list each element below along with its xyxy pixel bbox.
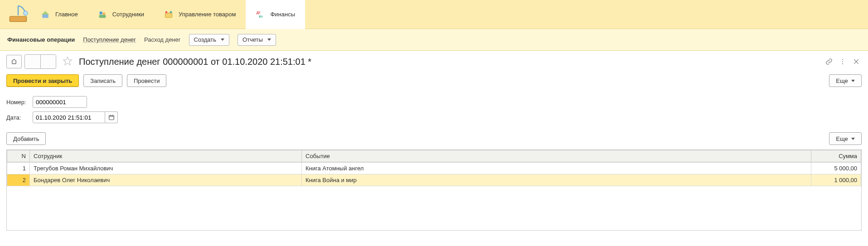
date-label: Дата:: [6, 114, 29, 121]
button-label: Еще: [836, 77, 848, 84]
svg-rect-5: [99, 14, 106, 18]
post-button[interactable]: Провести: [127, 74, 167, 87]
doc-title: Поступление денег 000000001 от 01.10.202…: [79, 57, 311, 67]
number-label: Номер:: [6, 99, 29, 106]
post-and-close-button[interactable]: Провести и закрыть: [6, 74, 79, 87]
app-logo-icon: [5, 4, 31, 25]
more-button[interactable]: Еще: [829, 74, 862, 87]
close-icon[interactable]: [851, 56, 862, 67]
col-header-sum[interactable]: Сумма: [811, 150, 861, 162]
add-row-button[interactable]: Добавить: [6, 132, 46, 145]
date-input[interactable]: [33, 111, 105, 123]
cell-sum: 5 000,00: [811, 163, 861, 174]
sub-nav: Финансовые операции Поступление денег Ра…: [0, 29, 868, 51]
svg-point-1: [24, 11, 28, 15]
people-icon: [98, 10, 107, 19]
table-row[interactable]: 1Трегубов Роман МихайловичКнига Атомный …: [7, 163, 861, 174]
cell-n: 2: [7, 174, 30, 186]
table-toolbar: Добавить Еще: [0, 130, 868, 147]
nav-employees[interactable]: Сотрудники: [88, 0, 154, 29]
table-row[interactable]: 2Бондарев Олег НиколаевичКнига Война и м…: [7, 174, 861, 186]
forward-button[interactable]: [40, 55, 56, 68]
chevron-down-icon: [851, 138, 855, 140]
nav-label: Главное: [55, 11, 78, 18]
nav-main[interactable]: Главное: [31, 0, 88, 29]
svg-rect-15: [109, 116, 114, 120]
goods-icon: [164, 10, 173, 19]
svg-rect-6: [165, 13, 172, 17]
finance-icon: ДтКт: [256, 10, 265, 19]
nav-label: Сотрудники: [112, 11, 144, 18]
form-fields: Номер: Дата:: [0, 89, 868, 130]
nav-finance[interactable]: ДтКт Финансы: [246, 0, 305, 29]
chevron-down-icon: [851, 80, 855, 82]
svg-point-3: [99, 11, 102, 14]
link-icon[interactable]: [824, 56, 834, 67]
button-label: Создать: [194, 36, 216, 43]
cell-sum: 1 000,00: [811, 174, 861, 186]
home-button[interactable]: [6, 55, 22, 68]
svg-point-13: [842, 61, 843, 62]
svg-point-7: [165, 11, 168, 13]
data-table: N Сотрудник Событие Сумма 1Трегубов Рома…: [6, 150, 862, 231]
create-button[interactable]: Создать: [189, 34, 229, 46]
nav-label: Управление товаром: [179, 11, 236, 18]
svg-point-4: [102, 12, 105, 15]
cell-employee: Трегубов Роман Михайлович: [30, 163, 302, 174]
action-bar: Провести и закрыть Записать Провести Еще: [0, 72, 868, 89]
cell-event: Книга Война и мир: [302, 174, 811, 186]
svg-text:Кт: Кт: [259, 14, 263, 18]
home-icon: [41, 10, 50, 19]
col-header-employee[interactable]: Сотрудник: [30, 150, 302, 162]
svg-marker-11: [63, 57, 72, 64]
doc-header: Поступление денег 000000001 от 01.10.202…: [0, 51, 868, 72]
svg-rect-0: [10, 16, 26, 22]
cell-event: Книга Атомный ангел: [302, 163, 811, 174]
subnav-income-link[interactable]: Поступление денег: [83, 36, 136, 43]
kebab-icon[interactable]: [837, 56, 848, 67]
svg-point-12: [842, 59, 843, 60]
subnav-expense-link[interactable]: Расход денег: [144, 36, 180, 43]
write-button[interactable]: Записать: [83, 74, 122, 87]
nav-history-group: [24, 54, 56, 69]
favorite-star-icon[interactable]: [63, 56, 73, 68]
cell-n: 1: [7, 163, 30, 174]
number-input[interactable]: [33, 96, 87, 108]
chevron-down-icon: [267, 39, 271, 41]
cell-employee: Бондарев Олег Николаевич: [30, 174, 302, 186]
top-nav: Главное Сотрудники Управление товаром Дт…: [0, 0, 868, 29]
nav-goods[interactable]: Управление товаром: [154, 0, 246, 29]
svg-point-14: [842, 63, 843, 64]
col-header-n[interactable]: N: [7, 150, 30, 162]
button-label: Еще: [836, 135, 848, 142]
button-label: Отчеты: [242, 36, 263, 43]
nav-label: Финансы: [270, 11, 295, 18]
calendar-button[interactable]: [105, 111, 118, 123]
chevron-down-icon: [221, 39, 224, 41]
col-header-event[interactable]: Событие: [302, 150, 811, 162]
subnav-title: Финансовые операции: [7, 36, 75, 43]
back-button[interactable]: [25, 55, 40, 68]
svg-point-8: [170, 11, 172, 13]
reports-button[interactable]: Отчеты: [238, 34, 276, 46]
table-more-button[interactable]: Еще: [829, 132, 862, 145]
svg-rect-2: [42, 14, 48, 18]
